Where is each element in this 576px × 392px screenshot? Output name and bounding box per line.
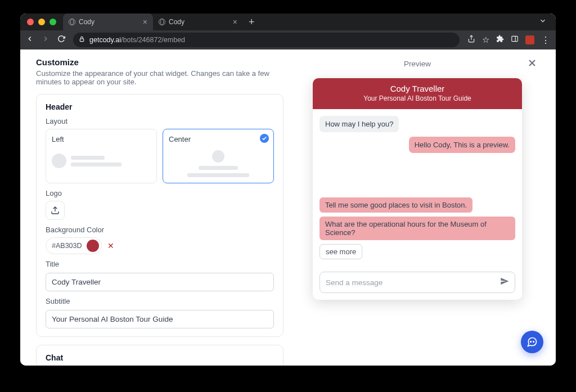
- bg-color-value: #AB303D: [52, 242, 82, 250]
- maximize-window-button[interactable]: [50, 19, 56, 25]
- color-swatch: [87, 240, 99, 252]
- svg-point-8: [533, 341, 534, 343]
- chat-card: Chat Message Size: [36, 345, 284, 366]
- page-content: Customize Customize the appearance of yo…: [20, 49, 556, 366]
- extensions-icon[interactable]: [496, 35, 504, 45]
- bot-message: How may I help you?: [320, 116, 399, 132]
- header-card: Header Layout Left Ce: [36, 94, 284, 337]
- page-title: Customize: [36, 57, 284, 67]
- logo-upload-button[interactable]: [46, 201, 65, 220]
- suggestion-chip[interactable]: What are the operational hours for the M…: [320, 217, 515, 240]
- browser-window: Cody × Cody × + getcody.ai/bots/246872/e…: [20, 13, 556, 366]
- minimize-window-button[interactable]: [38, 19, 45, 25]
- lock-icon: [79, 36, 85, 44]
- skeleton-line: [187, 173, 249, 177]
- suggestion-chip[interactable]: Tell me some good places to visit in Bos…: [320, 197, 472, 213]
- globe-icon: [159, 19, 165, 25]
- selected-check-icon: [260, 134, 269, 143]
- new-tab-button[interactable]: +: [243, 13, 260, 30]
- sidepanel-icon[interactable]: [511, 35, 519, 45]
- chat-widget-preview: Cody Traveller Your Personal AI Boston T…: [313, 78, 522, 300]
- preview-label: Preview: [295, 60, 540, 68]
- clear-color-button[interactable]: ✕: [107, 241, 114, 250]
- send-icon[interactable]: [500, 277, 509, 288]
- tab-title: Cody: [79, 18, 94, 26]
- svg-rect-0: [80, 39, 83, 42]
- skeleton-line: [199, 166, 238, 170]
- globe-icon: [69, 19, 75, 25]
- card-title-chat: Chat: [46, 353, 274, 362]
- layout-option-label: Left: [52, 135, 151, 143]
- browser-tab[interactable]: Cody ×: [153, 13, 243, 30]
- widget-title: Cody Traveller: [317, 84, 518, 93]
- share-icon[interactable]: [467, 35, 475, 45]
- close-tab-icon[interactable]: ×: [143, 17, 147, 26]
- title-input[interactable]: [46, 273, 274, 291]
- card-title-header: Header: [46, 102, 274, 111]
- widget-header: Cody Traveller Your Personal AI Boston T…: [313, 78, 522, 109]
- see-more-button[interactable]: see more: [320, 244, 362, 259]
- reload-button[interactable]: [57, 35, 65, 45]
- profile-avatar[interactable]: [525, 35, 534, 44]
- widget-subtitle: Your Personal AI Boston Tour Guide: [317, 94, 518, 102]
- user-message: Hello Cody, This is a preview.: [409, 137, 515, 153]
- page-subtitle: Customize the appearance of your chat wi…: [36, 69, 284, 86]
- title-field-label: Title: [46, 260, 274, 268]
- tab-title: Cody: [169, 18, 184, 26]
- chat-fab-button[interactable]: [521, 331, 543, 353]
- url-input[interactable]: getcody.ai/bots/246872/embed: [73, 33, 460, 47]
- url-path: /bots/246872/embed: [121, 36, 185, 44]
- skeleton-avatar: [212, 150, 224, 163]
- close-preview-button[interactable]: [526, 57, 538, 71]
- skeleton-avatar: [52, 154, 66, 168]
- logo-label: Logo: [46, 189, 274, 197]
- widget-message-input[interactable]: [320, 272, 515, 293]
- forward-button[interactable]: [42, 35, 50, 45]
- url-host: getcody.ai: [89, 36, 121, 44]
- svg-point-7: [530, 341, 532, 343]
- skeleton-line: [71, 163, 122, 166]
- layout-label: Layout: [46, 117, 274, 125]
- layout-option-center[interactable]: Center: [163, 129, 274, 183]
- close-tab-icon[interactable]: ×: [233, 17, 237, 26]
- menu-icon[interactable]: ⋮: [541, 35, 550, 46]
- address-bar: getcody.ai/bots/246872/embed ☆ ⋮: [20, 30, 556, 49]
- subtitle-field-label: Subtitle: [46, 297, 274, 305]
- titlebar: Cody × Cody × +: [20, 13, 556, 30]
- close-window-button[interactable]: [27, 19, 34, 25]
- subtitle-input[interactable]: [46, 310, 274, 328]
- skeleton-line: [71, 156, 105, 160]
- bookmark-icon[interactable]: ☆: [482, 35, 489, 45]
- browser-tab-active[interactable]: Cody ×: [63, 13, 153, 30]
- bg-color-picker[interactable]: #AB303D: [46, 237, 102, 254]
- tabs-dropdown-icon[interactable]: [539, 17, 549, 27]
- browser-tabs: Cody × Cody × +: [63, 13, 260, 30]
- message-text-input[interactable]: [326, 278, 496, 287]
- bg-color-label: Background Color: [46, 226, 274, 234]
- svg-rect-2: [512, 36, 518, 41]
- back-button[interactable]: [26, 35, 34, 45]
- window-controls: [27, 19, 56, 25]
- layout-option-left[interactable]: Left: [46, 129, 157, 183]
- layout-option-label: Center: [169, 135, 268, 143]
